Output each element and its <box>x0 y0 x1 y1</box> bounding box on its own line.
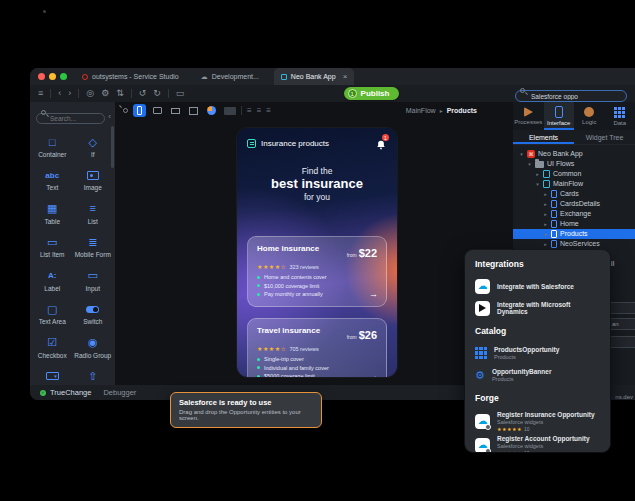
truechange-tab[interactable]: ✓ TrueChange <box>40 388 91 397</box>
tree-item-cardsdetails[interactable]: ▸ CardsDetails <box>513 199 635 209</box>
integrate-dynamics-row[interactable]: Integrate with Microsoft Dynamics <box>475 297 600 319</box>
tree-item-products[interactable]: ▸ Products <box>513 229 635 239</box>
toolbox-item-mobile-form[interactable]: ≣ Mobile Form <box>73 236 114 258</box>
toolbox-item-switch[interactable]: Switch <box>73 303 114 325</box>
notification-bell-icon[interactable]: 1 <box>375 137 387 149</box>
tab-processes[interactable]: Processes <box>513 102 544 130</box>
catalog-productsopportunity-row[interactable]: ProductsOpportunity Products <box>475 342 600 364</box>
merge-icon[interactable]: ⇅ <box>116 89 124 98</box>
global-search-input[interactable] <box>515 90 627 102</box>
expander-icon[interactable]: ▸ <box>543 209 548 219</box>
toolbox-item-text[interactable]: abc Text <box>32 169 73 191</box>
expander-icon[interactable]: ▸ <box>543 219 548 229</box>
expander-icon[interactable]: ▸ <box>535 169 540 179</box>
toolbox-item-label: Container <box>38 151 66 158</box>
catalog-item-title: OpportunityBanner <box>492 368 552 375</box>
expander-icon[interactable]: ▸ <box>543 239 548 249</box>
toolbox-item-if[interactable]: ◇ If <box>73 136 114 158</box>
collapse-panel-icon[interactable]: ‹ <box>108 112 111 121</box>
tab-neo-bank-app[interactable]: Neo Bank App × <box>274 68 354 85</box>
tab-label: Processes <box>514 119 542 125</box>
toolbox-item-input[interactable]: ▭ Input <box>73 270 114 292</box>
desktop-view-button[interactable] <box>169 104 182 117</box>
align-center-icon[interactable]: ≡ <box>257 106 262 115</box>
travel-insurance-card[interactable]: Travel insurance from$26 ★★★★☆ 705 revie… <box>247 318 387 377</box>
star-rating: ★★★★★ <box>497 426 522 432</box>
toolbox-item-text-area[interactable]: ▢ Text Area <box>32 303 73 325</box>
align-left-icon[interactable]: ≡ <box>247 106 252 115</box>
undo-button[interactable]: ↺ <box>139 89 147 98</box>
tab-close-icon[interactable]: × <box>343 72 348 81</box>
breadcrumb-products[interactable]: Products <box>447 107 477 114</box>
card-view-button[interactable] <box>187 104 200 117</box>
tab-interface[interactable]: Interface <box>544 102 575 130</box>
breadcrumb-mainflow[interactable]: MainFlow <box>406 107 436 114</box>
home-insurance-card[interactable]: Home insurance from$22 ★★★★☆ 323 reviews <box>247 236 387 307</box>
tree-item-cards[interactable]: ▸ Cards <box>513 189 635 199</box>
toolbox-item-upload[interactable]: ⇧ Upload <box>73 370 114 385</box>
expander-icon[interactable]: ▾ <box>519 149 524 159</box>
expander-icon[interactable]: ▸ <box>543 229 548 239</box>
card-arrow-icon[interactable]: → <box>369 289 378 299</box>
toolbox-item-checkbox[interactable]: ☑ Checkbox <box>32 337 73 359</box>
tab-service-studio[interactable]: outsystems - Service Studio <box>75 68 186 85</box>
toolbox-item-label[interactable]: A: Label <box>32 270 73 292</box>
toolbox-item-list[interactable]: ≡ List <box>73 203 114 225</box>
star-rating: ★★★★☆ <box>257 263 286 270</box>
maximize-window-button[interactable] <box>60 73 67 80</box>
toolbox-item-list-item[interactable]: ▭ List Item <box>32 236 73 258</box>
settings-icon[interactable]: ⚙ <box>101 89 109 98</box>
integrations-header: Integrations <box>475 259 600 269</box>
card-arrow-icon[interactable]: → <box>369 371 378 377</box>
feature-item: $5000 coverage limit <box>257 373 377 377</box>
toolbox-item-dropdown[interactable]: ▾ Dropdown <box>32 370 73 385</box>
debugger-tab[interactable]: Debugger <box>103 388 136 397</box>
tablet-view-button[interactable] <box>151 104 164 117</box>
minimize-window-button[interactable] <box>49 73 56 80</box>
menu-icon[interactable]: ≡ <box>38 89 43 98</box>
tree-item-neoservices[interactable]: ▸ NeoServices <box>513 239 635 249</box>
toolbox-scrollbar[interactable] <box>111 126 114 168</box>
widescreen-icon[interactable] <box>223 104 236 117</box>
tab-data[interactable]: Data <box>605 102 635 130</box>
expander-icon[interactable]: ▾ <box>527 159 532 169</box>
integrate-salesforce-row[interactable]: ☁ Integrate with Salesforce <box>475 275 600 297</box>
tree-item-neo-bank-app[interactable]: ▾ ⌘ Neo Bank App <box>513 149 635 159</box>
toolbox-item-table[interactable]: ▦ Table <box>32 203 73 225</box>
phone-view-button[interactable] <box>133 104 146 117</box>
forward-button[interactable]: › <box>68 89 71 98</box>
catalog-opportunitybanner-row[interactable]: ⚙ OpportunityBanner Products <box>475 364 600 386</box>
headline-line1: Find the <box>237 166 397 176</box>
tree-item-ui-flows[interactable]: ▾ UI Flows <box>513 159 635 169</box>
tree-item-mainflow[interactable]: ▾ MainFlow <box>513 179 635 189</box>
browser-preview-icon[interactable] <box>205 104 218 117</box>
subtab-widget-tree[interactable]: Widget Tree <box>574 130 635 144</box>
subtab-elements[interactable]: Elements <box>513 130 574 144</box>
integrations-popup: Integrations ☁ Integrate with Salesforce… <box>465 250 610 452</box>
toolbox-item-container[interactable]: □ Container <box>32 136 73 158</box>
expander-icon[interactable]: ▾ <box>535 179 540 189</box>
close-window-button[interactable] <box>38 73 45 80</box>
align-right-icon[interactable]: ≡ <box>266 106 271 115</box>
expander-icon[interactable]: ▸ <box>543 189 548 199</box>
redo-button[interactable]: ↻ <box>153 89 161 98</box>
target-icon[interactable]: ◎ <box>86 89 94 98</box>
forge-register-insurance-row[interactable]: ☁ Register Insurance Opportunity Salesfo… <box>475 409 600 433</box>
preview-icon[interactable]: ▭ <box>176 89 185 98</box>
card-title: Travel insurance <box>257 326 320 335</box>
toolbox-item-image[interactable]: Image <box>73 169 114 191</box>
feature-item: Pay monthly or annually <box>257 291 377 297</box>
forge-register-account-row[interactable]: ☁ Register Account Opportunity Salesforc… <box>475 433 600 452</box>
phone-preview[interactable]: Insurance products 1 Find the best insur… <box>237 128 397 377</box>
tab-development[interactable]: ☁ Development... <box>194 68 266 85</box>
toolbox-item-radio-group[interactable]: ◉ Radio Group <box>73 337 114 359</box>
tab-logic[interactable]: Logic <box>574 102 605 130</box>
tree-item-home[interactable]: ▸ Home <box>513 219 635 229</box>
publish-button[interactable]: 1 Publish <box>344 87 400 100</box>
zoom-icon[interactable] <box>123 108 128 113</box>
back-button[interactable]: ‹ <box>58 89 61 98</box>
integration-label: Integrate with Microsoft Dynamics <box>497 301 600 315</box>
tree-item-common[interactable]: ▸ Common <box>513 169 635 179</box>
expander-icon[interactable]: ▸ <box>543 199 548 209</box>
tree-item-exchange[interactable]: ▸ Exchange <box>513 209 635 219</box>
